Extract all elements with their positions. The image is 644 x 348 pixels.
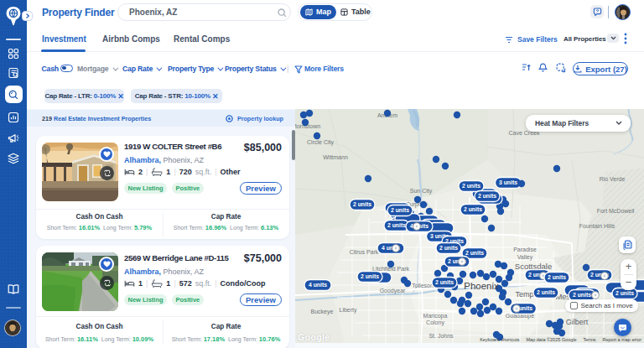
svg-text:2 units: 2 units <box>478 193 496 199</box>
svg-text:Fort McDowell: Fort McDowell <box>597 208 635 214</box>
svg-text:Phoenix: Phoenix <box>464 281 499 291</box>
svg-text:Rio Verde: Rio Verde <box>600 176 626 182</box>
svg-text:2 units: 2 units <box>361 273 379 279</box>
svg-text:2 units: 2 units <box>537 289 555 295</box>
svg-text:4 units: 4 units <box>309 282 327 288</box>
svg-text:3 units: 3 units <box>499 179 517 185</box>
svg-text:Sun City: Sun City <box>410 188 433 195</box>
svg-text:Valley: Valley <box>517 254 533 261</box>
svg-text:Paradise: Paradise <box>513 247 537 252</box>
svg-text:Fountain Hills: Fountain Hills <box>579 223 615 229</box>
svg-text:2 units: 2 units <box>439 245 458 251</box>
svg-text:Buckeye: Buckeye <box>311 309 334 315</box>
svg-text:2 units: 2 units <box>465 250 484 256</box>
svg-text:Gilbert: Gilbert <box>566 318 589 326</box>
svg-text:2 units: 2 units <box>615 290 634 296</box>
svg-text:Goodyear: Goodyear <box>380 288 406 294</box>
svg-text:Maricopa: Maricopa <box>423 313 448 319</box>
svg-text:Liberty: Liberty <box>339 307 357 314</box>
svg-text:2 units: 2 units <box>435 279 454 285</box>
svg-text:Colony: Colony <box>426 319 444 326</box>
svg-text:Circle City: Circle City <box>307 139 334 146</box>
svg-text:Wittmann: Wittmann <box>323 154 348 160</box>
svg-text:2 units: 2 units <box>464 206 482 212</box>
svg-text:2 units: 2 units <box>573 292 591 298</box>
svg-text:2 units: 2 units <box>391 207 409 213</box>
svg-text:2 units: 2 units <box>353 201 371 207</box>
svg-text:Citrus Park: Citrus Park <box>350 249 379 255</box>
svg-text:Tolleson: Tolleson <box>412 283 434 288</box>
svg-text:2 units: 2 units <box>462 183 480 189</box>
svg-text:2 units: 2 units <box>387 222 406 228</box>
svg-text:2 units: 2 units <box>548 274 566 280</box>
svg-text:St. Johns: St. Johns <box>428 333 454 339</box>
